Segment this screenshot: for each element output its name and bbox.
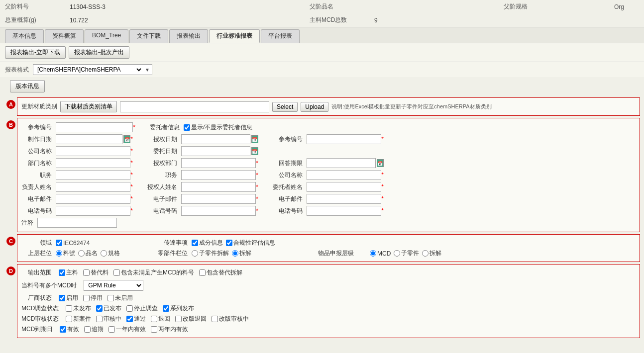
input-ref-no[interactable]: [56, 122, 133, 132]
value-total-weight: 10.722: [70, 17, 199, 24]
input-position2[interactable]: [181, 170, 256, 180]
checkbox-one-year[interactable]: 一年内有效: [108, 325, 146, 334]
checkbox-overdue[interactable]: 逾期: [84, 325, 104, 334]
format-select[interactable]: [ChemSHERPA]ChemSHERPA: [33, 65, 143, 75]
label-parent-name: 父阶品名: [310, 2, 374, 11]
cal-icon-reply[interactable]: 📅: [377, 159, 384, 167]
checkbox-passed[interactable]: 通过: [126, 315, 146, 323]
checkbox-show-consignee[interactable]: 显示/不显示委托者信息: [184, 123, 252, 132]
input-company[interactable]: [56, 146, 130, 156]
label-reply-deadline: 回答期限: [272, 159, 305, 168]
checkbox-published[interactable]: 已发布: [96, 304, 121, 313]
cal-icon-manufacture[interactable]: 📅: [123, 135, 130, 143]
label-ref-no: 参考编号: [21, 123, 54, 132]
input-consignee-name[interactable]: [307, 182, 381, 192]
tab-file-download[interactable]: 文件下载: [129, 29, 168, 43]
tab-report-output[interactable]: 报表输出: [169, 29, 208, 43]
btn-select-material[interactable]: Select: [272, 102, 298, 112]
radio-sub-part[interactable]: 子零件: [394, 249, 419, 258]
checkbox-returned[interactable]: 退回: [151, 315, 170, 323]
checkbox-in-review[interactable]: 审核中: [96, 315, 121, 323]
tab-industry-standard[interactable]: 行业标准报表: [209, 29, 260, 43]
label-org: Org: [614, 3, 639, 10]
input-manufacture-date[interactable]: [56, 134, 122, 144]
checkbox-valid[interactable]: 有效: [60, 325, 79, 334]
radio-product-name[interactable]: 品名: [78, 249, 98, 258]
radio-disassemble[interactable]: 拆解: [232, 249, 251, 258]
label-phone: 电话号码: [21, 207, 54, 215]
checkbox-component-info[interactable]: 成分信息: [192, 239, 223, 247]
btn-batch-output[interactable]: 报表输出-批次产出: [69, 46, 129, 59]
label-manufacture-date: 制作日期: [21, 135, 54, 144]
label-authorize-dept: 授权部门: [147, 159, 179, 168]
input-phone2[interactable]: [181, 206, 256, 216]
label-consign-date: 委托日期: [147, 147, 179, 156]
radio-disassemble2[interactable]: 拆解: [422, 249, 441, 258]
required-ref-no: *: [133, 124, 135, 131]
tab-platform-report[interactable]: 平台报表: [261, 29, 300, 43]
btn-version-info[interactable]: 版本讯息: [10, 80, 45, 92]
tab-bom-tree[interactable]: BOM_Tree: [85, 29, 128, 43]
checkbox-enabled[interactable]: 启用: [59, 294, 78, 302]
btn-upload-material[interactable]: Upload: [301, 102, 328, 112]
checkbox-compliance-info[interactable]: 合规性评估信息: [226, 239, 275, 247]
checkbox-unpublished[interactable]: 未发布: [66, 304, 91, 313]
material-file-input[interactable]: [120, 101, 269, 112]
required-dept: *: [130, 160, 133, 167]
checkbox-new-case[interactable]: 新案件: [66, 315, 91, 323]
checkbox-unused[interactable]: 未启用: [107, 294, 133, 302]
checkbox-series-published[interactable]: 系列发布: [163, 304, 194, 313]
format-label: 报表格式: [5, 66, 29, 74]
label-email: 电子邮件: [21, 195, 54, 203]
input-reply-deadline[interactable]: [307, 158, 376, 168]
checkbox-include-unsatisfied[interactable]: 包含未满足产生MCD的料号: [113, 268, 194, 277]
checkbox-two-year[interactable]: 两年内有效: [151, 325, 188, 334]
radio-part-no[interactable]: 料號: [56, 249, 75, 258]
checkbox-iec62474[interactable]: IEC62474: [56, 240, 155, 247]
input-phone[interactable]: [56, 206, 130, 216]
radio-mcd[interactable]: MCD: [370, 250, 391, 257]
input-authorize-person[interactable]: [181, 182, 256, 192]
input-authorize-dept[interactable]: [181, 158, 256, 168]
input-phone3[interactable]: [307, 206, 381, 216]
required-ref-no2: *: [381, 136, 384, 143]
input-ref-no2[interactable]: [307, 134, 381, 144]
format-select-container[interactable]: [ChemSHERPA]ChemSHERPA ▼: [33, 64, 152, 75]
required-email2: *: [256, 195, 258, 202]
section-d: D 输出范围 主料 替代料 包含未满足产生MCD的料号: [17, 264, 640, 338]
label-email2: 电子邮件: [147, 195, 179, 203]
tab-material-summary[interactable]: 资料概算: [45, 29, 84, 43]
cal-icon-authorize[interactable]: 📅: [251, 135, 258, 143]
item-radios: MCD 子零件 拆解: [370, 249, 494, 258]
checkbox-main-material[interactable]: 主料: [59, 268, 78, 277]
cal-icon-consign[interactable]: 📅: [251, 147, 258, 155]
btn-immediate-output[interactable]: 报表输出-立即下载: [5, 46, 66, 59]
input-dept[interactable]: [56, 158, 130, 168]
checkbox-disabled[interactable]: 停用: [83, 294, 103, 302]
tab-basic-info[interactable]: 基本信息: [5, 29, 44, 43]
parts-radios: 子零件拆解 拆解: [192, 249, 316, 258]
required-manufacture: *: [130, 136, 133, 143]
checkbox-include-substitute[interactable]: 包含替代拆解: [199, 268, 242, 277]
input-email3[interactable]: [307, 194, 381, 204]
input-responsible[interactable]: [56, 182, 130, 192]
label-output-range: 输出范围: [21, 268, 54, 277]
select-gpm-rule[interactable]: GPM Rule: [84, 280, 143, 291]
input-email2[interactable]: [181, 194, 256, 204]
radio-spec[interactable]: 規格: [101, 249, 120, 258]
input-consign-date[interactable]: [181, 146, 250, 156]
input-authorize-date[interactable]: [181, 134, 250, 144]
input-email[interactable]: [56, 194, 130, 204]
checkbox-revised-returned[interactable]: 改版退回: [175, 315, 207, 323]
input-note[interactable]: [37, 218, 117, 228]
value-parent-part-no: 11304-SSS-3: [70, 3, 199, 10]
btn-download-material-list[interactable]: 下载材质类别清单: [60, 101, 117, 112]
input-position[interactable]: [56, 170, 130, 180]
radio-sub-disassemble[interactable]: 子零件拆解: [192, 249, 229, 258]
checkbox-revision-in-review[interactable]: 改版审核中: [212, 315, 249, 323]
checkbox-substitute[interactable]: 替代料: [83, 268, 108, 277]
checkbox-stop-survey[interactable]: 停止调查: [126, 304, 158, 313]
label-deliver: 传達事项: [157, 239, 190, 247]
label-mcd-audit: MCD审核状态: [21, 315, 61, 323]
input-company2[interactable]: [307, 170, 381, 180]
